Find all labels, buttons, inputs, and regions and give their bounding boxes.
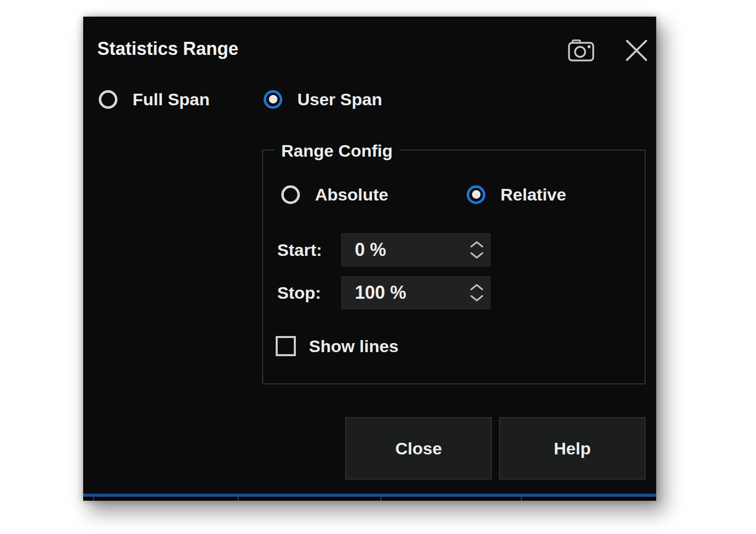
range-config-group: Range Config Absolute Relative Start: 0 … xyxy=(262,150,646,384)
underlying-menu-strip xyxy=(83,494,656,501)
chevron-down-icon xyxy=(470,295,484,302)
stop-label: Stop: xyxy=(277,283,321,303)
menu-segment-divider xyxy=(93,497,94,501)
statistics-range-dialog: Statistics Range Full Span xyxy=(83,17,656,501)
radio-relative[interactable]: Relative xyxy=(467,184,566,205)
close-icon xyxy=(625,39,648,61)
menu-segment-divider xyxy=(521,497,522,501)
mode-radio-row: Absolute Relative xyxy=(263,184,645,205)
start-value: 0 % xyxy=(355,234,386,266)
radio-icon xyxy=(281,185,300,204)
dialog-title: Statistics Range xyxy=(97,40,238,58)
titlebar-icons xyxy=(568,39,648,63)
dialog-button-row: Close Help xyxy=(83,417,656,480)
stop-spinbox[interactable]: 100 % xyxy=(341,276,490,309)
radio-icon xyxy=(99,90,117,109)
stop-value: 100 % xyxy=(355,277,406,309)
spin-up-button[interactable] xyxy=(470,284,484,291)
chevron-down-icon xyxy=(470,252,484,259)
span-radio-row: Full Span User Span xyxy=(83,89,656,110)
menu-segment-divider xyxy=(237,497,239,501)
start-spinbox[interactable]: 0 % xyxy=(341,233,490,266)
start-label: Start: xyxy=(277,240,322,260)
radio-icon xyxy=(467,185,485,204)
show-lines-checkbox[interactable]: Show lines xyxy=(276,336,399,356)
radio-label: Absolute xyxy=(315,186,388,203)
chevron-up-icon xyxy=(470,241,484,248)
spin-down-button[interactable] xyxy=(470,252,484,259)
radio-user-span[interactable]: User Span xyxy=(264,89,382,110)
radio-label: Full Span xyxy=(133,91,210,108)
stop-spin-arrows xyxy=(470,284,484,302)
radio-icon xyxy=(264,90,282,109)
radio-label: User Span xyxy=(297,91,382,108)
dialog-titlebar: Statistics Range xyxy=(83,17,656,72)
menu-segments xyxy=(83,497,656,501)
chevron-up-icon xyxy=(470,284,484,291)
radio-absolute[interactable]: Absolute xyxy=(281,184,388,205)
checkbox-label: Show lines xyxy=(309,338,399,355)
checkbox-icon xyxy=(276,336,296,356)
camera-icon xyxy=(568,39,595,62)
help-button[interactable]: Help xyxy=(499,417,646,480)
menu-segment-divider xyxy=(380,497,382,501)
close-dialog-button[interactable]: Close xyxy=(345,417,492,480)
screenshot-button[interactable] xyxy=(568,39,595,63)
radio-label: Relative xyxy=(500,186,566,203)
start-spin-arrows xyxy=(470,241,484,259)
group-title: Range Config xyxy=(274,140,400,162)
spin-down-button[interactable] xyxy=(470,295,484,302)
spin-up-button[interactable] xyxy=(470,241,484,248)
radio-full-span[interactable]: Full Span xyxy=(99,89,210,110)
close-button[interactable] xyxy=(625,39,648,63)
